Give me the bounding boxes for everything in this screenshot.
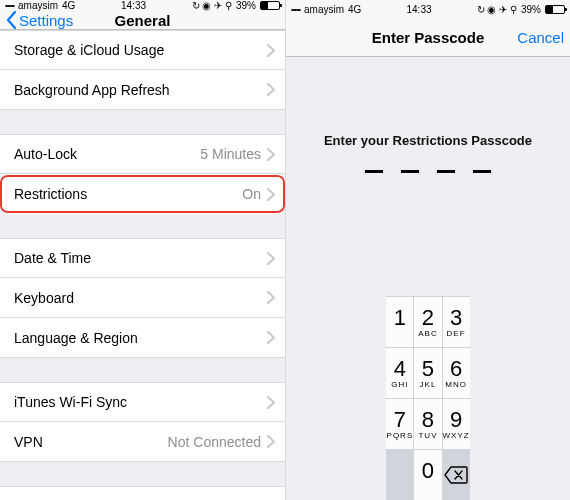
backspace-icon <box>444 466 468 484</box>
row-label: Restrictions <box>14 186 242 202</box>
row-label: Language & Region <box>14 330 267 346</box>
keypad-key[interactable]: 2ABC <box>414 297 441 347</box>
row-label: VPN <box>14 434 168 450</box>
settings-group: iTunes Wi-Fi SyncVPNNot Connected <box>0 382 285 462</box>
carrier-label: amaysim <box>18 0 58 11</box>
key-digit: 7 <box>394 409 406 431</box>
carrier-label: amaysim <box>304 4 344 15</box>
key-letters: PQRS <box>387 432 414 440</box>
settings-list: Storage & iCloud UsageBackground App Ref… <box>0 30 285 500</box>
keypad-delete[interactable] <box>443 450 470 500</box>
key-digit: 0 <box>422 460 434 482</box>
battery-pct: 39% <box>236 0 256 11</box>
status-bar: ••••• amaysim 4G 14:33 ↻ ◉ ✈︎ ⚲ 39% <box>286 0 570 18</box>
key-letters: DEF <box>447 330 466 338</box>
key-digit: 2 <box>422 307 434 329</box>
keypad-blank <box>386 450 413 500</box>
passcode-area: Enter your Restrictions Passcode 12ABC3D… <box>286 57 570 500</box>
signal-dots-icon: ••••• <box>5 1 14 10</box>
row-label: Date & Time <box>14 250 267 266</box>
settings-row[interactable]: iTunes Wi-Fi Sync <box>0 382 285 422</box>
key-letters: ABC <box>418 330 437 338</box>
battery-icon <box>545 5 565 14</box>
keypad-key[interactable]: 4GHI <box>386 348 413 398</box>
settings-row[interactable]: RestrictionsOn <box>0 174 285 214</box>
chevron-right-icon <box>267 331 275 344</box>
passcode-dash <box>473 170 491 173</box>
row-label: Background App Refresh <box>14 82 267 98</box>
row-label: Auto-Lock <box>14 146 200 162</box>
passcode-prompt: Enter your Restrictions Passcode <box>324 133 532 148</box>
chevron-right-icon <box>267 148 275 161</box>
passcode-field <box>365 170 491 173</box>
key-letters: MNO <box>445 381 467 389</box>
key-digit: 4 <box>394 358 406 380</box>
settings-row[interactable]: Background App Refresh <box>0 70 285 110</box>
keypad-key[interactable]: 7PQRS <box>386 399 413 449</box>
passcode-dash <box>365 170 383 173</box>
settings-row[interactable]: Regulatory <box>0 486 285 500</box>
chevron-right-icon <box>267 291 275 304</box>
settings-row[interactable]: Keyboard <box>0 278 285 318</box>
phone-enter-passcode: ••••• amaysim 4G 14:33 ↻ ◉ ✈︎ ⚲ 39% Ente… <box>285 0 570 500</box>
row-label: Keyboard <box>14 290 267 306</box>
settings-row[interactable]: Language & Region <box>0 318 285 358</box>
settings-row[interactable]: Storage & iCloud Usage <box>0 30 285 70</box>
settings-group: Auto-Lock5 MinutesRestrictionsOn <box>0 134 285 214</box>
passcode-dash <box>401 170 419 173</box>
keypad-key[interactable]: 0 <box>414 450 441 500</box>
row-label: iTunes Wi-Fi Sync <box>14 394 267 410</box>
key-digit: 1 <box>394 307 406 329</box>
phone-settings-general: ••••• amaysim 4G 14:33 ↻ ◉ ✈︎ ⚲ 39% Sett… <box>0 0 285 500</box>
chevron-right-icon <box>267 252 275 265</box>
key-digit: 8 <box>422 409 434 431</box>
key-digit: 9 <box>450 409 462 431</box>
status-time: 14:33 <box>406 4 431 15</box>
status-icons: ↻ ◉ ✈︎ ⚲ <box>477 4 517 15</box>
key-digit: 6 <box>450 358 462 380</box>
network-label: 4G <box>62 0 75 11</box>
row-value: On <box>242 186 261 202</box>
row-label: Storage & iCloud Usage <box>14 42 267 58</box>
keypad-key[interactable]: 8TUV <box>414 399 441 449</box>
nav-bar: Settings General <box>0 11 285 30</box>
signal-dots-icon: ••••• <box>291 5 300 14</box>
settings-row[interactable]: VPNNot Connected <box>0 422 285 462</box>
status-icons: ↻ ◉ ✈︎ ⚲ <box>192 0 232 11</box>
numeric-keypad: 12ABC3DEF4GHI5JKL6MNO7PQRS8TUV9WXYZ0 <box>386 296 469 500</box>
keypad-key[interactable]: 3DEF <box>443 297 470 347</box>
back-button[interactable]: Settings <box>6 11 73 29</box>
keypad-key[interactable]: 5JKL <box>414 348 441 398</box>
key-digit: 5 <box>422 358 434 380</box>
key-digit: 3 <box>450 307 462 329</box>
keypad-key[interactable]: 9WXYZ <box>443 399 470 449</box>
settings-group: Storage & iCloud UsageBackground App Ref… <box>0 30 285 110</box>
settings-group: Regulatory <box>0 486 285 500</box>
chevron-right-icon <box>267 435 275 448</box>
chevron-left-icon <box>6 11 17 29</box>
network-label: 4G <box>348 4 361 15</box>
chevron-right-icon <box>267 396 275 409</box>
battery-pct: 39% <box>521 4 541 15</box>
row-value: Not Connected <box>168 434 261 450</box>
status-bar: ••••• amaysim 4G 14:33 ↻ ◉ ✈︎ ⚲ 39% <box>0 0 285 11</box>
settings-row[interactable]: Auto-Lock5 Minutes <box>0 134 285 174</box>
back-label: Settings <box>19 12 73 29</box>
settings-row[interactable]: Date & Time <box>0 238 285 278</box>
cancel-button[interactable]: Cancel <box>517 29 564 46</box>
settings-group: Date & TimeKeyboardLanguage & Region <box>0 238 285 358</box>
key-letters: WXYZ <box>443 432 470 440</box>
chevron-right-icon <box>267 188 275 201</box>
chevron-right-icon <box>267 44 275 57</box>
chevron-right-icon <box>267 83 275 96</box>
key-letters: TUV <box>418 432 437 440</box>
passcode-dash <box>437 170 455 173</box>
battery-icon <box>260 1 280 10</box>
keypad-key[interactable]: 1 <box>386 297 413 347</box>
key-letters: GHI <box>391 381 408 389</box>
status-time: 14:33 <box>121 0 146 11</box>
key-letters: JKL <box>420 381 437 389</box>
nav-bar: Enter Passcode Cancel <box>286 18 570 57</box>
row-value: 5 Minutes <box>200 146 261 162</box>
keypad-key[interactable]: 6MNO <box>443 348 470 398</box>
